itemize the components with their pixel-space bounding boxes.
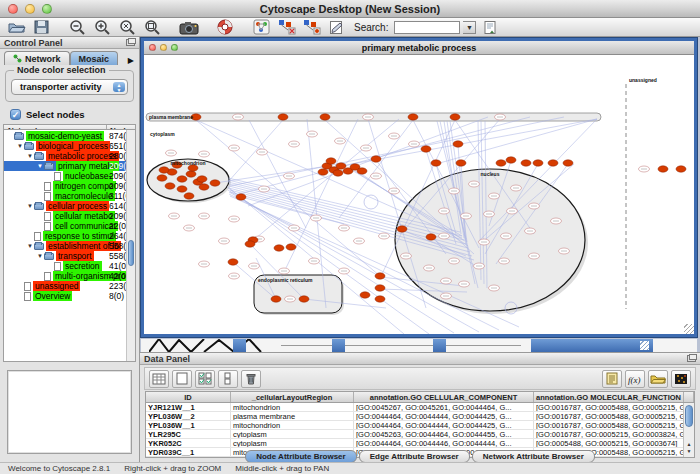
network-graph[interactable]: plasma membranecytoplasmmitochondrionnuc… (144, 56, 694, 334)
self-loop-edge[interactable] (364, 195, 378, 209)
selected-gene-node[interactable] (506, 157, 516, 163)
hide-selected-nodes-icon[interactable] (275, 19, 297, 36)
snapshot-icon[interactable] (178, 19, 200, 36)
tree-row[interactable]: Overview8(0) (4, 291, 126, 301)
selected-gene-node[interactable] (450, 114, 460, 120)
open-file-button[interactable] (6, 19, 28, 36)
selected-gene-node[interactable] (563, 160, 573, 166)
import-file-icon[interactable] (648, 370, 668, 388)
selected-gene-node[interactable] (228, 259, 238, 265)
tree-row[interactable]: ▼metabolic process280(0) (4, 151, 126, 161)
selected-gene-node[interactable] (533, 160, 543, 166)
select-attributes-icon[interactable] (195, 370, 215, 388)
tab-network[interactable]: Network (4, 51, 70, 65)
selected-gene-node[interactable] (408, 114, 418, 120)
table-scrollbar[interactable]: ▲▼ (683, 403, 694, 457)
table-row[interactable]: YLR295Ccytoplasm[GO:0045263, GO:0044464,… (146, 430, 694, 439)
birds-eye-view[interactable] (7, 370, 132, 454)
selected-gene-node[interactable] (165, 183, 175, 189)
selected-gene-node[interactable] (375, 296, 385, 302)
selected-gene-node[interactable] (318, 169, 328, 175)
tree-row[interactable]: response to stimul264(0) (4, 231, 126, 241)
float-data-panel-icon[interactable] (687, 355, 696, 362)
selected-gene-node[interactable] (496, 160, 506, 166)
tree-row[interactable]: macromolecule311(0) (4, 191, 126, 201)
selected-gene-node[interactable] (197, 176, 207, 182)
selected-gene-node[interactable] (421, 146, 431, 152)
zoom-in-icon[interactable] (92, 19, 114, 36)
table-row[interactable]: YKR052Ccytoplasm[GO:0044464, GO:0044446,… (146, 439, 694, 448)
background-window-corner[interactable] (332, 339, 345, 352)
delete-attribute-icon[interactable] (241, 370, 261, 388)
selected-gene-node[interactable] (426, 234, 436, 240)
selected-gene-node[interactable] (375, 273, 385, 279)
tree-row[interactable]: ▼transport558(0) (4, 251, 126, 261)
selected-gene-node[interactable] (336, 163, 346, 169)
new-network-from-selection-icon[interactable] (300, 19, 322, 36)
selected-gene-node[interactable] (157, 175, 167, 181)
selected-gene-node[interactable] (326, 158, 336, 164)
float-panel-icon[interactable] (126, 39, 135, 46)
selected-gene-node[interactable] (286, 244, 296, 250)
table-scrollbar-thumb[interactable] (685, 405, 693, 427)
tree-scrollbar[interactable] (126, 130, 135, 361)
expand-triangle-icon[interactable]: ▼ (26, 243, 34, 249)
background-window-corner[interactable] (433, 339, 446, 352)
background-window-corner[interactable] (233, 339, 246, 352)
search-dropdown-button[interactable]: ▼ (463, 21, 476, 34)
save-session-button[interactable] (31, 19, 53, 36)
expand-triangle-icon[interactable]: ▼ (36, 163, 44, 169)
selected-gene-node[interactable] (299, 296, 309, 302)
tabs-overflow-arrow-icon[interactable]: ▶ (125, 56, 137, 65)
background-window-corner-large[interactable] (531, 339, 653, 352)
tree-row[interactable]: multi-organism pro42(0) (4, 271, 126, 281)
overview-window-fragment[interactable] (149, 339, 279, 352)
tree-scrollbar-thumb[interactable] (128, 240, 134, 266)
selected-gene-node[interactable] (360, 292, 370, 298)
attribute-editor-icon[interactable] (602, 370, 622, 388)
selected-gene-node[interactable] (375, 285, 385, 291)
selected-gene-node[interactable] (333, 170, 343, 176)
network-view-titlebar[interactable]: primary metabolic process (144, 41, 694, 55)
search-input[interactable] (394, 21, 460, 34)
tree-row[interactable]: ▼biological_process651(0) (4, 141, 126, 151)
selected-gene-node[interactable] (371, 156, 381, 162)
zoom-selected-icon[interactable] (142, 19, 164, 36)
selected-gene-node[interactable] (320, 114, 330, 120)
selected-gene-node[interactable] (177, 176, 187, 182)
expand-triangle-icon[interactable]: ▼ (36, 253, 44, 259)
selected-gene-node[interactable] (521, 160, 531, 166)
column-header[interactable]: ID (146, 392, 231, 402)
help-icon[interactable] (214, 19, 236, 36)
selected-gene-node[interactable] (271, 296, 281, 302)
edge[interactable] (215, 166, 328, 183)
import-attributes-icon[interactable] (479, 19, 501, 36)
table-row[interactable]: YJR121W__1mitochondrion[GO:0045267, GO:0… (146, 403, 694, 412)
tree-row[interactable]: nitrogen compo209(0) (4, 181, 126, 191)
tree-row[interactable]: ▼primary metabo209(... (4, 161, 126, 171)
tree-row[interactable]: cellular metabo209(0) (4, 211, 126, 221)
new-attribute-icon[interactable] (172, 370, 192, 388)
selected-gene-node[interactable] (199, 184, 209, 190)
selected-gene-node[interactable] (397, 226, 407, 232)
column-header[interactable]: annotation.GO CELLULAR_COMPONENT (354, 392, 534, 402)
network-overview-icon[interactable] (250, 19, 272, 36)
expand-triangle-icon[interactable]: ▼ (26, 153, 34, 159)
selected-gene-node[interactable] (453, 141, 463, 147)
zoom-fit-icon[interactable] (117, 19, 139, 36)
tree-row[interactable]: unassigned223(0) (4, 281, 126, 291)
tree-row[interactable]: nucleobase-209(0) (4, 171, 126, 181)
expand-triangle-icon[interactable]: ▼ (16, 143, 24, 149)
selected-gene-node[interactable] (159, 167, 169, 173)
selected-gene-node[interactable] (236, 194, 246, 200)
tree-row[interactable]: mosaic-demo-yeast874(0) (4, 131, 126, 141)
selected-gene-node[interactable] (186, 171, 196, 177)
selected-gene-node[interactable] (676, 166, 686, 172)
selected-gene-node[interactable] (177, 186, 187, 192)
attribute-table-icon[interactable] (149, 370, 169, 388)
frame-resize-grip[interactable] (684, 324, 694, 334)
selected-gene-node[interactable] (548, 160, 558, 166)
table-row[interactable]: YPL036W__1mitochondrion[GO:0044464, GO:0… (146, 421, 694, 430)
selected-gene-node[interactable] (278, 114, 288, 120)
tab-mosaic[interactable]: Mosaic (70, 51, 119, 65)
